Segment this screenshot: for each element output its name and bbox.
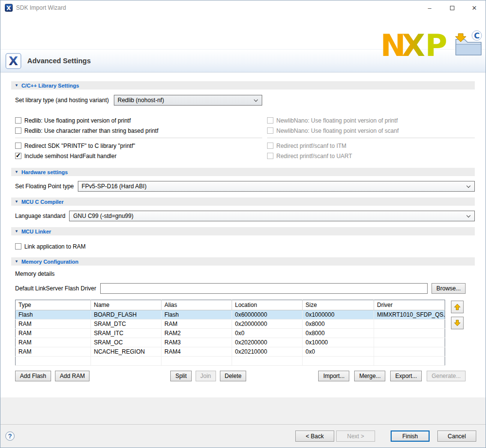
add-ram-button[interactable]: Add RAM (55, 371, 90, 381)
svg-text:X: X (402, 30, 425, 61)
help-button[interactable]: ? (5, 431, 15, 441)
delete-button[interactable]: Delete (220, 371, 247, 381)
section-header-library[interactable]: ▼ C/C++ Library Settings (11, 81, 475, 90)
checkbox-icon (15, 127, 21, 134)
section-header-memory[interactable]: ▼ Memory Configuration (11, 257, 475, 266)
chevron-down-icon (254, 98, 258, 102)
mcuxpresso-x-icon: X (5, 53, 21, 69)
link-to-ram-row: Link application to RAM (15, 241, 475, 251)
library-type-combo[interactable]: Redlib (nohost-nf) (114, 95, 262, 106)
collapse-triangle-icon: ▼ (15, 260, 18, 264)
footer-spacer (0, 397, 486, 424)
memory-buttons-row: Add Flash Add RAM Split Join Delete Impo… (15, 371, 445, 381)
floating-point-label: Set Floating Point type (15, 183, 74, 190)
column-header-alias[interactable]: Alias (162, 300, 232, 310)
generate-button: Generate... (427, 371, 466, 381)
library-type-label: Set library type (and hosting variant) (15, 97, 109, 104)
table-row-empty[interactable] (16, 357, 445, 366)
floating-point-combo[interactable]: FPv5-SP-D16 (Hard ABI) (78, 181, 475, 192)
checkbox-icon (267, 143, 273, 149)
svg-text:X: X (6, 5, 11, 12)
section-header-compiler[interactable]: ▼ MCU C Compiler (11, 197, 475, 206)
checkbox-icon (15, 143, 21, 149)
library-type-row: Set library type (and hosting variant) R… (15, 95, 475, 106)
section-title-hardware: Hardware settings (21, 169, 68, 175)
logo-area: N X P C (0, 15, 486, 49)
sdk-import-wizard-window: X SDK Import Wizard – ✕ (0, 0, 486, 448)
flash-driver-label: Default LinkServer Flash Driver (15, 285, 96, 292)
mcuxpresso-folder-icon: C (453, 30, 484, 58)
table-row[interactable]: RAM SRAM_DTC RAM 0x20000000 0x8000 (16, 320, 445, 329)
checkbox-semihost-hardfault[interactable]: Include semihost HardFault handler (15, 151, 262, 161)
table-row[interactable]: Flash BOARD_FLASH Flash 0x60000000 0x100… (16, 310, 445, 320)
checkbox-redlib-char-printf[interactable]: Redlib: Use character rather than string… (15, 125, 262, 136)
chevron-down-icon (467, 184, 470, 188)
section-title-memory: Memory Configuration (21, 259, 78, 265)
flash-driver-input[interactable] (100, 283, 428, 294)
join-button: Join (196, 371, 216, 381)
cancel-button[interactable]: Cancel (437, 430, 476, 442)
memory-table: Type Name Alias Location Size Driver Fla… (15, 300, 445, 366)
move-up-button[interactable] (451, 301, 464, 313)
column-header-name[interactable]: Name (91, 300, 162, 310)
dialog-button-bar: ? < Back Next > Finish Cancel (0, 424, 486, 448)
language-standard-value: GNU C99 (-std=gnu99) (73, 213, 133, 219)
collapse-triangle-icon: ▼ (15, 170, 18, 174)
column-header-type[interactable]: Type (16, 300, 91, 310)
minimize-button[interactable]: – (418, 0, 441, 15)
checkbox-redirect-sdk-printf[interactable]: Redirect SDK "PRINTF" to C library "prin… (15, 141, 262, 151)
chevron-down-icon (467, 214, 470, 217)
import-button[interactable]: Import... (318, 371, 349, 381)
section-header-linker[interactable]: ▼ MCU Linker (11, 227, 475, 235)
nxp-brand: N X P C (380, 30, 484, 61)
divider (15, 138, 262, 138)
flash-driver-row: Default LinkServer Flash Driver Browse..… (15, 283, 466, 294)
checkbox-newlibnano-float-printf: NewlibNano: Use floating point version o… (267, 115, 475, 125)
language-standard-row: Language standard GNU C99 (-std=gnu99) (15, 211, 475, 221)
checkbox-newlibnano-float-scanf: NewlibNano: Use floating point version o… (267, 125, 475, 136)
merge-button[interactable]: Merge... (354, 371, 385, 381)
section-title-library: C/C++ Library Settings (21, 83, 79, 89)
floating-point-value: FPv5-SP-D16 (Hard ABI) (82, 183, 146, 190)
add-flash-button[interactable]: Add Flash (15, 371, 51, 381)
checkbox-redlib-float-printf[interactable]: Redlib: Use floating point version of pr… (15, 115, 262, 125)
split-button[interactable]: Split (170, 371, 191, 381)
checkbox-icon (267, 127, 273, 134)
browse-button[interactable]: Browse... (432, 283, 466, 294)
language-standard-combo[interactable]: GNU C99 (-std=gnu99) (69, 211, 475, 221)
maximize-button[interactable] (441, 0, 463, 15)
move-down-button[interactable] (451, 317, 464, 329)
table-row[interactable]: RAM SRAM_OC RAM3 0x20200000 0x10000 (16, 338, 445, 347)
checkbox-icon (15, 153, 21, 159)
section-header-hardware[interactable]: ▼ Hardware settings (11, 168, 475, 176)
title-bar[interactable]: X SDK Import Wizard – ✕ (0, 0, 486, 15)
page-title: Advanced Settings (27, 57, 91, 65)
library-checkboxes: Redlib: Use floating point version of pr… (15, 115, 475, 161)
column-header-size[interactable]: Size (303, 300, 374, 310)
svg-text:P: P (425, 30, 447, 61)
checkbox-icon (15, 243, 21, 250)
checkbox-link-app-ram[interactable]: Link application to RAM (15, 241, 475, 251)
table-header-row: Type Name Alias Location Size Driver (16, 300, 445, 310)
floating-point-row: Set Floating Point type FPv5-SP-D16 (Har… (15, 181, 475, 192)
column-header-driver[interactable]: Driver (374, 300, 445, 310)
nxp-logo: N X P (380, 30, 453, 61)
table-row[interactable]: RAM SRAM_ITC RAM2 0x0 0x8000 (16, 329, 445, 338)
section-title-compiler: MCU C Compiler (21, 199, 64, 205)
wizard-footer: ? < Back Next > Finish Cancel (0, 397, 486, 448)
column-header-location[interactable]: Location (232, 300, 303, 310)
window-title: SDK Import Wizard (16, 4, 66, 11)
minimize-icon: – (428, 4, 431, 12)
section-title-linker: MCU Linker (21, 229, 51, 234)
help-icon: ? (8, 432, 12, 440)
table-row[interactable]: RAM NCACHE_REGION RAM4 0x20210000 0x0 (16, 347, 445, 357)
close-button[interactable]: ✕ (463, 0, 486, 15)
maximize-icon (450, 6, 454, 10)
back-button[interactable]: < Back (295, 430, 334, 442)
arrow-up-icon (454, 304, 461, 310)
svg-text:X: X (9, 54, 18, 68)
checkbox-icon (15, 117, 21, 124)
collapse-triangle-icon: ▼ (15, 84, 18, 88)
finish-button[interactable]: Finish (391, 430, 430, 442)
export-button[interactable]: Export... (390, 371, 422, 381)
